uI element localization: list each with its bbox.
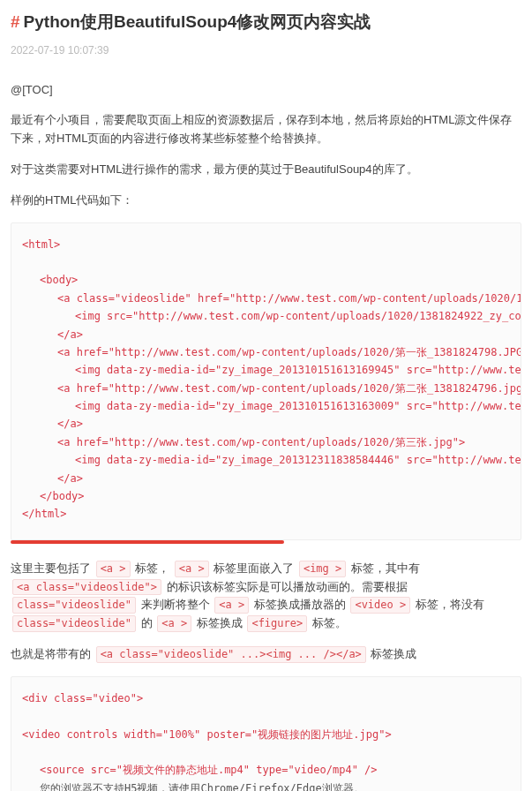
explain-para-2: 也就是将带有的 <a class="videoslide" ...><img .… bbox=[11, 645, 521, 664]
inline-code: <a > bbox=[214, 597, 249, 614]
hash-prefix: # bbox=[11, 12, 20, 31]
inline-code: <a > bbox=[157, 615, 191, 632]
code-block-sample-html: <html> <body> <a class="videoslide" href… bbox=[11, 222, 521, 540]
intro-para-2: 对于这类需要对HTML进行操作的需求，最方便的莫过于BeautifulSoup4… bbox=[11, 161, 521, 179]
timestamp: 2022-07-19 10:07:39 bbox=[11, 42, 521, 59]
title-text: Python使用BeautifulSoup4修改网页内容实战 bbox=[24, 12, 371, 31]
intro-para-1: 最近有个小项目，需要爬取页面上相应的资源数据后，保存到本地，然后将原始的HTML… bbox=[11, 111, 521, 148]
toc-marker: @[TOC] bbox=[11, 81, 521, 100]
page-title: #Python使用BeautifulSoup4修改网页内容实战 bbox=[11, 9, 521, 35]
explain-para-1: 这里主要包括了 <a > 标签， <a > 标签里面嵌入了 <img > 标签，… bbox=[11, 560, 521, 633]
inline-code: <a > bbox=[175, 561, 209, 577]
inline-code: class="videoslide" bbox=[12, 597, 136, 614]
inline-code: <a > bbox=[96, 561, 131, 577]
inline-code: <a class="videoslide" ...><img ... /></a… bbox=[96, 646, 366, 663]
inline-code: <video > bbox=[350, 597, 410, 614]
inline-code: <figure> bbox=[247, 615, 307, 632]
inline-code: <img > bbox=[299, 561, 346, 577]
code-block-video: <div class="video"> <video controls widt… bbox=[11, 676, 521, 791]
intro-para-3: 样例的HTML代码如下： bbox=[11, 192, 521, 210]
inline-code: <a class="videoslide"> bbox=[12, 579, 161, 596]
scrollbar-indicator[interactable] bbox=[11, 540, 284, 544]
inline-code: class="videoslide" bbox=[12, 615, 136, 632]
